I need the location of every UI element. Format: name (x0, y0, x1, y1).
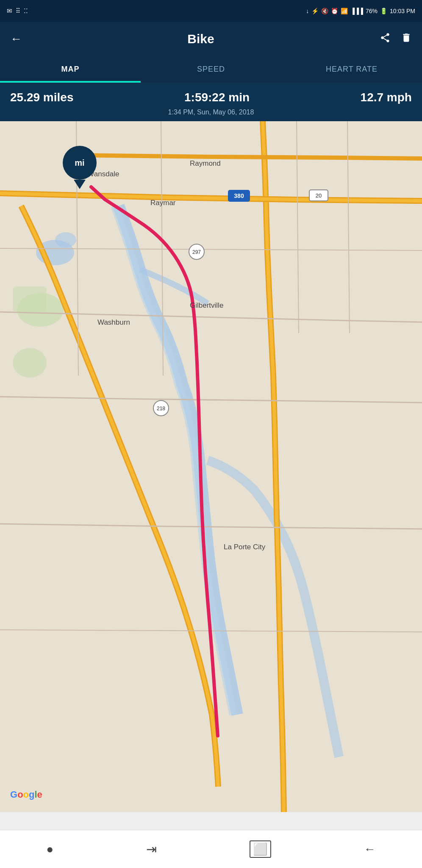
svg-point-5 (55, 232, 76, 248)
marker-tip (74, 180, 86, 189)
svg-text:297: 297 (192, 249, 201, 255)
nav-home-button[interactable]: ⬜ (250, 840, 271, 858)
svg-text:Washburn: Washburn (97, 318, 130, 326)
tab-map[interactable]: MAP (0, 56, 141, 83)
tab-heart-rate[interactable]: HEART RATE (281, 56, 422, 83)
dots-icon: ⁚⁚ (24, 7, 28, 15)
status-bar: ✉ ⠿ ⁚⁚ ↓ ⚡ 🔇 ⏰ 📶 ▐▐▐ 76% 🔋 10:03 PM (0, 0, 422, 22)
mail-icon: ✉ (7, 7, 12, 15)
svg-text:380: 380 (234, 192, 244, 199)
time-display: 10:03 PM (390, 8, 415, 14)
alarm-icon: ⏰ (331, 8, 338, 14)
google-logo: Google (10, 789, 42, 800)
wifi-icon: 📶 (341, 8, 348, 14)
bottom-nav: ● ⇥ ⬜ ← (0, 830, 422, 868)
app-header: ← Bike (0, 22, 422, 56)
back-button[interactable]: ← (10, 32, 22, 46)
nav-dot-button[interactable]: ● (46, 843, 53, 856)
nav-back-button[interactable]: ← (364, 843, 376, 856)
workout-datetime: 1:34 PM, Sun, May 06, 2018 (10, 107, 412, 116)
svg-text:20: 20 (316, 192, 322, 199)
status-right-icons: ↓ ⚡ 🔇 ⏰ 📶 ▐▐▐ 76% 🔋 10:03 PM (306, 8, 415, 14)
map-view[interactable]: 380 297 218 20 Evansdale Raymond Raymar … (0, 121, 422, 812)
bluetooth-icon: ⚡ (311, 8, 319, 14)
svg-text:La Porte City: La Porte City (224, 543, 266, 551)
svg-rect-3 (13, 287, 47, 312)
svg-text:218: 218 (157, 406, 165, 412)
distance-value: 25.29 miles (10, 91, 73, 104)
signal-icon: ▐▐▐ (350, 8, 363, 14)
map-svg: 380 297 218 20 Evansdale Raymond Raymar … (0, 121, 422, 812)
svg-text:Raymar: Raymar (150, 199, 176, 207)
svg-text:Gilbertville: Gilbertville (190, 301, 223, 309)
header-action-icons (380, 32, 412, 46)
status-left-icons: ✉ ⠿ ⁚⁚ (7, 7, 28, 15)
page-title: Bike (187, 32, 214, 46)
location-marker: mi (63, 146, 97, 189)
duration-value: 1:59:22 min (184, 91, 250, 104)
svg-text:Raymond: Raymond (190, 159, 221, 167)
nav-recents-button[interactable]: ⇥ (146, 842, 157, 857)
share-icon[interactable] (380, 32, 391, 46)
delete-icon[interactable] (401, 32, 412, 46)
speed-value: 12.7 mph (361, 91, 412, 104)
tab-bar: MAP SPEED HEART RATE (0, 56, 422, 83)
battery-icon: 🔋 (380, 8, 387, 14)
download-icon: ↓ (306, 8, 309, 14)
grid-icon: ⠿ (16, 7, 20, 15)
svg-point-2 (13, 348, 47, 378)
stats-bar: 25.29 miles 1:59:22 min 12.7 mph 1:34 PM… (0, 83, 422, 121)
mute-icon: 🔇 (321, 8, 328, 14)
battery-percent: 76% (366, 8, 378, 14)
marker-bubble: mi (63, 146, 97, 180)
tab-speed[interactable]: SPEED (141, 56, 281, 83)
